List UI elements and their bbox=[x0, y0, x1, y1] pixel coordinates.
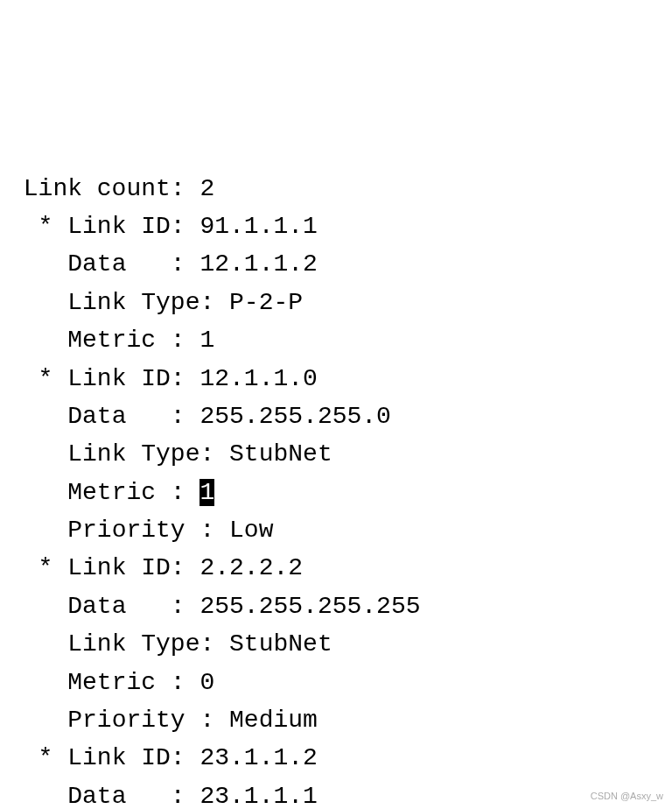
link-id-line: * Link ID: 12.1.1.0 bbox=[9, 360, 663, 397]
priority-label: Priority : bbox=[67, 517, 229, 544]
indent bbox=[9, 403, 67, 430]
priority-label: Priority : bbox=[67, 707, 229, 734]
metric-value: 0 bbox=[200, 669, 214, 696]
link-type-label: Link Type: bbox=[67, 630, 229, 658]
link-type-value: StubNet bbox=[229, 440, 332, 468]
bullet: * bbox=[9, 365, 67, 392]
indent bbox=[9, 250, 67, 278]
data-label: Data : bbox=[67, 593, 200, 620]
metric-line: Metric : 1 bbox=[9, 474, 663, 511]
priority-line: Priority : Medium bbox=[9, 701, 663, 739]
link-id-value: 12.1.1.0 bbox=[200, 365, 317, 392]
link-id-line: * Link ID: 91.1.1.1 bbox=[9, 208, 663, 245]
bullet: * bbox=[9, 744, 67, 771]
indent bbox=[9, 440, 67, 468]
indent bbox=[9, 289, 67, 316]
link-id-label: Link ID: bbox=[67, 744, 200, 771]
link-count-line: Link count: 2 bbox=[9, 170, 663, 208]
indent bbox=[9, 707, 67, 734]
priority-value: Medium bbox=[229, 707, 318, 734]
data-value: 23.1.1.1 bbox=[200, 783, 317, 809]
priority-value: Low bbox=[229, 517, 273, 544]
link-type-label: Link Type: bbox=[67, 289, 229, 316]
priority-line: Priority : Low bbox=[9, 511, 663, 549]
indent bbox=[9, 593, 67, 620]
data-value: 12.1.1.2 bbox=[200, 250, 317, 278]
link-id-value: 91.1.1.1 bbox=[200, 213, 317, 240]
metric-value: 1 bbox=[200, 327, 214, 354]
link-id-label: Link ID: bbox=[67, 213, 200, 240]
data-value: 255.255.255.0 bbox=[200, 403, 390, 430]
watermark: CSDN @Asxy_w bbox=[591, 789, 663, 804]
data-line: Data : 255.255.255.0 bbox=[9, 397, 663, 435]
link-count-value: 2 bbox=[200, 175, 214, 202]
link-type-value: StubNet bbox=[229, 630, 332, 658]
link-id-label: Link ID: bbox=[67, 365, 200, 392]
indent bbox=[9, 783, 67, 809]
data-line: Data : 255.255.255.255 bbox=[9, 587, 663, 625]
indent bbox=[9, 479, 67, 506]
terminal-output: Link count: 2 * Link ID: 91.1.1.1 Data :… bbox=[9, 170, 663, 809]
link-type-line: Link Type: StubNet bbox=[9, 435, 663, 473]
link-id-line: * Link ID: 23.1.1.2 bbox=[9, 739, 663, 777]
link-type-label: Link Type: bbox=[67, 440, 229, 468]
link-id-line: * Link ID: 2.2.2.2 bbox=[9, 549, 663, 587]
metric-label: Metric : bbox=[67, 327, 200, 354]
data-line: Data : 23.1.1.1 bbox=[9, 777, 663, 809]
metric-line: Metric : 1 bbox=[9, 321, 663, 359]
metric-label: Metric : bbox=[67, 669, 200, 696]
data-label: Data : bbox=[67, 403, 200, 430]
indent bbox=[9, 517, 67, 544]
link-count-label: Link count: bbox=[9, 175, 200, 202]
data-line: Data : 12.1.1.2 bbox=[9, 245, 663, 283]
link-id-label: Link ID: bbox=[67, 554, 200, 581]
link-type-value: P-2-P bbox=[229, 289, 303, 316]
link-type-line: Link Type: P-2-P bbox=[9, 284, 663, 321]
link-id-value: 2.2.2.2 bbox=[200, 554, 303, 581]
indent bbox=[9, 669, 67, 696]
indent bbox=[9, 327, 67, 354]
metric-line: Metric : 0 bbox=[9, 664, 663, 701]
metric-value: 1 bbox=[200, 479, 214, 506]
link-id-value: 23.1.1.2 bbox=[200, 744, 317, 771]
data-label: Data : bbox=[67, 783, 200, 809]
data-value: 255.255.255.255 bbox=[200, 593, 420, 620]
data-label: Data : bbox=[67, 250, 200, 278]
bullet: * bbox=[9, 213, 67, 240]
indent bbox=[9, 630, 67, 658]
bullet: * bbox=[9, 554, 67, 581]
metric-label: Metric : bbox=[67, 479, 200, 506]
link-type-line: Link Type: StubNet bbox=[9, 625, 663, 663]
